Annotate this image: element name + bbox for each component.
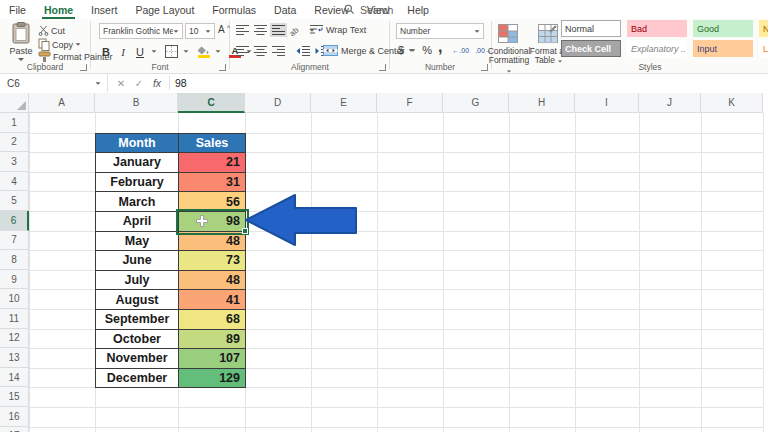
cancel-button[interactable]: ✕ <box>113 74 129 92</box>
format-as-table-button[interactable] <box>538 24 558 43</box>
align-center-icon[interactable] <box>254 45 267 57</box>
column-header-C[interactable]: C <box>178 93 245 113</box>
cell-C3[interactable]: 21 <box>179 153 246 173</box>
cell-B13[interactable]: November <box>96 349 179 369</box>
bold-button[interactable]: B <box>100 46 112 58</box>
tab-help[interactable]: Help <box>398 0 438 19</box>
row-header-15[interactable]: 15 <box>0 387 29 407</box>
cell-B14[interactable]: December <box>96 369 179 389</box>
row-header-14[interactable]: 14 <box>0 368 29 388</box>
cell-B8[interactable]: June <box>96 251 179 271</box>
borders-icon[interactable] <box>165 45 178 58</box>
row-header-4[interactable]: 4 <box>0 172 29 192</box>
cell-style-lin[interactable]: Lin <box>759 40 768 57</box>
cell-C9[interactable]: 48 <box>179 271 246 291</box>
search-box[interactable]: Search <box>344 0 393 19</box>
column-header-H[interactable]: H <box>509 93 575 113</box>
cell-B5[interactable]: March <box>96 192 179 212</box>
column-header-J[interactable]: J <box>639 93 701 113</box>
cell-C14[interactable]: 129 <box>179 369 246 389</box>
cell-B7[interactable]: May <box>96 232 179 252</box>
cell-style-ne[interactable]: Ne <box>759 20 768 37</box>
row-header-12[interactable]: 12 <box>0 329 29 349</box>
table-header-sales[interactable]: Sales <box>179 134 246 154</box>
number-format-select[interactable]: Number <box>396 23 484 39</box>
row-header-6[interactable]: 6 <box>0 211 29 231</box>
cell-style-check-cell[interactable]: Check Cell <box>561 40 621 57</box>
row-header-9[interactable]: 9 <box>0 270 29 290</box>
conditional-formatting-button[interactable] <box>498 24 518 43</box>
column-header-B[interactable]: B <box>95 93 178 113</box>
column-header-G[interactable]: G <box>443 93 509 113</box>
name-box[interactable]: C6 <box>0 74 108 92</box>
column-header-A[interactable]: A <box>29 93 95 113</box>
cell-B11[interactable]: September <box>96 310 179 330</box>
cell-C4[interactable]: 31 <box>179 173 246 193</box>
cell-style-good[interactable]: Good <box>693 20 753 37</box>
align-middle-icon[interactable] <box>254 24 267 36</box>
tab-page-layout[interactable]: Page Layout <box>126 0 203 19</box>
row-header-3[interactable]: 3 <box>0 152 29 172</box>
cell-style-explanatory-[interactable]: Explanatory ... <box>627 40 687 57</box>
tab-data[interactable]: Data <box>265 0 305 19</box>
column-header-F[interactable]: F <box>377 93 443 113</box>
row-header-1[interactable]: 1 <box>0 113 29 133</box>
cell-C8[interactable]: 73 <box>179 251 246 271</box>
cell-C10[interactable]: 41 <box>179 290 246 310</box>
select-all-button[interactable] <box>0 93 29 113</box>
cell-B12[interactable]: October <box>96 330 179 350</box>
row-header-2[interactable]: 2 <box>0 133 29 153</box>
font-dialog-launcher[interactable] <box>219 64 226 71</box>
align-left-icon[interactable] <box>236 45 249 57</box>
tab-home[interactable]: Home <box>35 0 82 19</box>
row-header-10[interactable]: 10 <box>0 289 29 309</box>
percent-button[interactable]: % <box>422 44 432 56</box>
column-header-I[interactable]: I <box>575 93 639 113</box>
copy-button[interactable]: Copy <box>38 38 81 51</box>
fill-color-button[interactable] <box>197 46 210 58</box>
align-right-icon[interactable] <box>272 45 285 57</box>
clipboard-dialog-launcher[interactable] <box>80 64 87 71</box>
align-top-icon[interactable] <box>236 24 249 36</box>
column-header-E[interactable]: E <box>311 93 377 113</box>
row-header-8[interactable]: 8 <box>0 250 29 270</box>
cell-style-normal[interactable]: Normal <box>561 20 621 37</box>
fill-color-dropdown-icon[interactable] <box>216 50 221 52</box>
row-header-16[interactable]: 16 <box>0 407 29 427</box>
alignment-dialog-launcher[interactable] <box>379 64 386 71</box>
cell-B6[interactable]: April <box>96 212 179 232</box>
italic-button[interactable]: I <box>117 46 129 58</box>
column-header-D[interactable]: D <box>245 93 311 113</box>
column-header-K[interactable]: K <box>701 93 763 113</box>
borders-dropdown-icon[interactable] <box>184 50 189 52</box>
row-header-13[interactable]: 13 <box>0 348 29 368</box>
enter-button[interactable]: ✓ <box>131 74 147 92</box>
decrease-indent-icon[interactable] <box>296 45 310 57</box>
row-header-7[interactable]: 7 <box>0 231 29 251</box>
wrap-text-button[interactable]: Wrap Text <box>310 24 366 35</box>
underline-button[interactable]: U <box>134 46 146 58</box>
cell-style-bad[interactable]: Bad <box>627 20 687 37</box>
font-size-select[interactable]: 10 <box>185 23 215 39</box>
tab-file[interactable]: File <box>0 0 35 19</box>
currency-dropdown-icon[interactable] <box>411 49 416 51</box>
currency-button[interactable]: $ <box>398 44 404 56</box>
formula-input[interactable]: 98 <box>175 74 187 92</box>
cell-B10[interactable]: August <box>96 290 179 310</box>
cell-B3[interactable]: January <box>96 153 179 173</box>
increase-decimal-button[interactable]: ←.00 <box>452 47 469 54</box>
align-bottom-selected[interactable] <box>270 23 287 37</box>
table-header-month[interactable]: Month <box>96 134 179 154</box>
tab-insert[interactable]: Insert <box>82 0 126 19</box>
font-name-select[interactable]: Franklin Gothic Me <box>99 23 183 39</box>
row-header-11[interactable]: 11 <box>0 309 29 329</box>
underline-dropdown-icon[interactable] <box>152 50 157 52</box>
tab-formulas[interactable]: Formulas <box>203 0 265 19</box>
row-header-5[interactable]: 5 <box>0 191 29 211</box>
row-header-17[interactable]: 17 <box>0 427 29 432</box>
cell-C13[interactable]: 107 <box>179 349 246 369</box>
cell-style-input[interactable]: Input <box>693 40 753 57</box>
orientation-icon[interactable]: ab <box>290 24 304 36</box>
cell-B4[interactable]: February <box>96 173 179 193</box>
comma-style-button[interactable]: , <box>438 43 442 51</box>
